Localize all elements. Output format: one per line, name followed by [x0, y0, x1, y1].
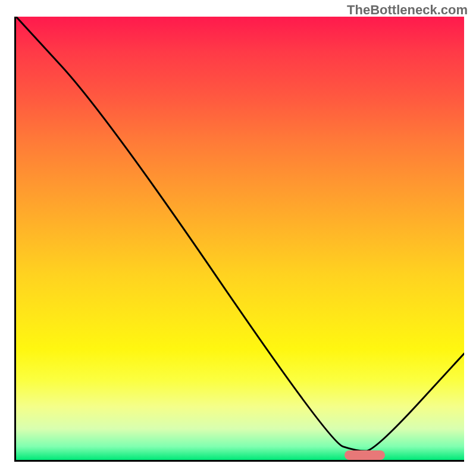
bottleneck-curve	[16, 17, 464, 460]
watermark-text: TheBottleneck.com	[347, 2, 468, 18]
optimal-range-marker	[345, 450, 385, 460]
chart-plot-area	[14, 17, 464, 462]
